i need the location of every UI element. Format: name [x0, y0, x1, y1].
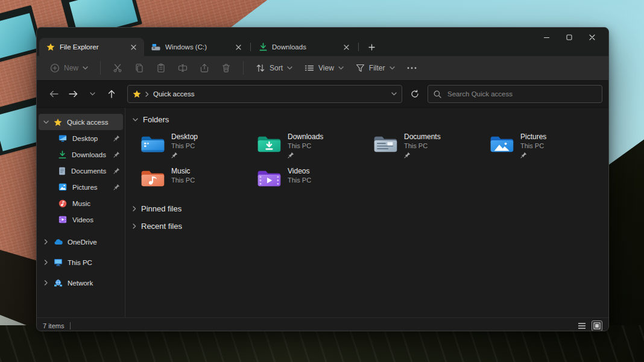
- chevron-down-icon[interactable]: [43, 120, 49, 124]
- new-tab-button[interactable]: [364, 40, 379, 54]
- details-view-button[interactable]: [576, 320, 588, 331]
- chevron-down-icon[interactable]: [133, 118, 138, 122]
- status-bar: 7 items: [37, 317, 608, 331]
- folder-tile-desktop[interactable]: Desktop This PC: [140, 133, 256, 158]
- chevron-right-icon[interactable]: [43, 280, 49, 286]
- folder-name: Pictures: [520, 133, 546, 142]
- section-label: Recent files: [141, 222, 182, 231]
- sidebar-item-downloads[interactable]: Downloads: [37, 146, 125, 163]
- sidebar-item-videos[interactable]: Videos: [37, 211, 125, 228]
- filter-icon: [356, 64, 365, 72]
- trash-icon: [221, 63, 231, 73]
- tab-close-icon[interactable]: [341, 42, 351, 52]
- sidebar-item-quick-access[interactable]: Quick access: [39, 114, 123, 130]
- forward-button[interactable]: [65, 86, 81, 102]
- paste-button[interactable]: [151, 60, 171, 76]
- folder-tile-videos[interactable]: Videos This PC: [256, 167, 373, 189]
- sidebar-item-this-pc[interactable]: This PC: [39, 254, 123, 270]
- star-icon: [46, 43, 55, 51]
- share-icon: [200, 63, 209, 73]
- sidebar-groups: OneDrive This PC: [37, 234, 125, 291]
- music-folder-icon: [140, 168, 165, 189]
- folder-tile-downloads[interactable]: Downloads This PC: [256, 133, 373, 158]
- star-icon: [54, 118, 62, 126]
- pin-icon: [113, 135, 120, 142]
- pin-icon: [113, 151, 120, 158]
- chevron-right-icon[interactable]: [133, 223, 136, 229]
- chevron-right-icon[interactable]: [43, 260, 49, 265]
- maximize-button[interactable]: [560, 31, 578, 44]
- sort-icon: [256, 64, 265, 72]
- new-button[interactable]: New: [45, 60, 93, 76]
- item-count: 7 items: [43, 322, 64, 329]
- folder-tile-documents[interactable]: Documents This PC: [373, 133, 489, 158]
- chevron-right-icon[interactable]: [133, 206, 136, 211]
- desktop-icon: [58, 134, 67, 142]
- folder-tile-music[interactable]: Music This PC: [140, 167, 256, 189]
- rename-button[interactable]: [173, 60, 192, 76]
- refresh-button[interactable]: [406, 86, 424, 102]
- music-icon: [58, 199, 67, 208]
- new-plus-icon: [50, 63, 60, 73]
- filter-button[interactable]: Filter: [351, 60, 400, 76]
- tab-downloads[interactable]: Downloads: [252, 38, 357, 56]
- sidebar-item-network[interactable]: Network: [39, 275, 123, 291]
- copy-icon: [134, 63, 144, 73]
- sidebar-item-music[interactable]: Music: [37, 195, 125, 211]
- sidebar-item-documents[interactable]: Documents: [37, 163, 125, 179]
- copy-button[interactable]: [130, 60, 149, 76]
- view-icon: [305, 64, 314, 72]
- back-button[interactable]: [45, 86, 62, 102]
- minimize-button[interactable]: [537, 31, 555, 44]
- recent-files-section-header[interactable]: Recent files: [133, 219, 608, 233]
- more-options-button[interactable]: [402, 63, 421, 73]
- tab-file-explorer[interactable]: File Explorer: [39, 38, 144, 56]
- sidebar-label: Documents: [71, 167, 106, 175]
- tab-close-icon[interactable]: [233, 42, 243, 52]
- address-dropdown-icon[interactable]: [391, 92, 397, 96]
- window-controls: [537, 31, 601, 44]
- folders-section-header[interactable]: Folders: [133, 113, 608, 126]
- videos-icon: [58, 216, 67, 223]
- breadcrumb[interactable]: Quick access: [153, 90, 194, 98]
- folder-location: This PC: [288, 176, 311, 184]
- view-label: View: [318, 64, 334, 72]
- delete-button[interactable]: [216, 60, 236, 76]
- share-button[interactable]: [195, 60, 214, 76]
- folder-name: Downloads: [288, 133, 323, 142]
- folder-name: Music: [171, 167, 195, 176]
- pin-icon: [520, 152, 527, 158]
- pin-icon: [171, 152, 178, 158]
- downloads-folder-icon: [256, 134, 282, 154]
- tab-label: Downloads: [272, 43, 336, 51]
- more-options-icon: [407, 67, 417, 69]
- sidebar-item-onedrive[interactable]: OneDrive: [39, 234, 123, 250]
- sidebar-item-pictures[interactable]: Pictures: [37, 179, 125, 195]
- up-button[interactable]: [103, 86, 120, 102]
- chevron-right-icon[interactable]: [43, 239, 49, 245]
- search-box[interactable]: [428, 85, 602, 103]
- tab-close-icon[interactable]: [128, 42, 138, 52]
- cut-button[interactable]: [108, 60, 127, 76]
- recent-locations-button[interactable]: [84, 86, 101, 102]
- sidebar-item-desktop[interactable]: Desktop: [37, 130, 125, 146]
- filter-label: Filter: [369, 64, 385, 72]
- tab-windows-c[interactable]: Windows (C:): [144, 38, 249, 56]
- documents-folder-icon: [373, 134, 398, 154]
- chevron-down-icon: [287, 66, 292, 70]
- titlebar[interactable]: File Explorer Windows (C:): [37, 28, 608, 56]
- section-label: Folders: [143, 115, 169, 124]
- star-icon: [133, 90, 141, 98]
- folder-location: This PC: [288, 142, 323, 150]
- close-button[interactable]: [583, 31, 601, 44]
- search-input[interactable]: [446, 90, 596, 98]
- pinned-files-section-header[interactable]: Pinned files: [133, 202, 608, 216]
- view-button[interactable]: View: [300, 60, 349, 76]
- sort-button[interactable]: Sort: [251, 60, 297, 76]
- large-icons-view-button[interactable]: [592, 320, 602, 331]
- tab-label: Windows (C:): [165, 43, 229, 51]
- sidebar-label: Quick access: [67, 119, 108, 126]
- address-bar[interactable]: Quick access: [127, 85, 402, 103]
- command-bar: New: [37, 56, 608, 81]
- folder-tile-pictures[interactable]: Pictures This PC: [489, 133, 605, 158]
